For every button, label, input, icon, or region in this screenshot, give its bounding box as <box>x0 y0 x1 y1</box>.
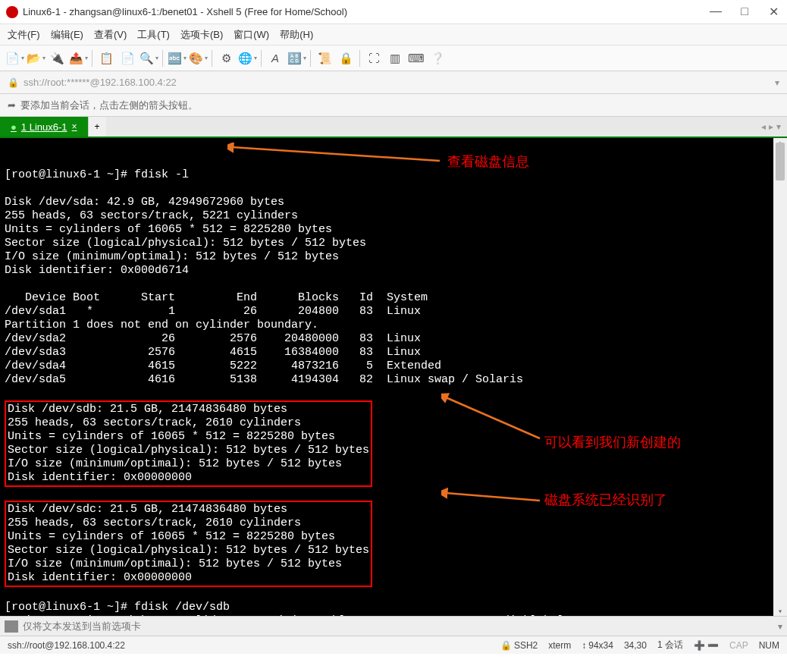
address-text[interactable]: ssh://root:******@192.168.100.4:22 <box>24 77 770 88</box>
terminal-block-sdb-box: Disk /dev/sdb: 21.5 GB, 21474836480 byte… <box>5 400 372 487</box>
globe-button[interactable]: 🌐 <box>237 49 257 68</box>
menu-window[interactable]: 窗口(W) <box>234 28 269 42</box>
open-button[interactable]: 📂 <box>26 49 45 68</box>
terminal-table-rows: /dev/sda1 * 1 26 204800 83 Linux Partiti… <box>5 305 523 386</box>
lock-icon: 🔒 <box>8 77 19 88</box>
menu-file[interactable]: 文件(F) <box>8 28 40 42</box>
help-button[interactable]: ❔ <box>428 49 447 68</box>
terminal-line-prompt1: [root@linux6-1 ~]# fdisk -l <box>5 168 189 181</box>
scroll-down-icon[interactable]: ▾ <box>775 605 785 616</box>
lock-icon: 🔒 <box>500 640 512 651</box>
status-sessions: 1 会话 <box>657 639 683 652</box>
terminal[interactable]: [root@linux6-1 ~]# fdisk -l Disk /dev/sd… <box>0 138 787 616</box>
lock-button[interactable]: 🔒 <box>336 49 356 68</box>
transfer-button[interactable]: 📤 <box>68 49 88 68</box>
status-size: 94x34 <box>588 640 613 651</box>
address-dropdown-icon[interactable]: ▾ <box>775 77 779 88</box>
window-title: Linux6-1 - zhangsan@linux6-1:/benet01 - … <box>23 6 708 17</box>
paste-button[interactable]: 📄 <box>118 49 137 68</box>
resize-icon: ↕ <box>582 640 586 651</box>
terminal-block-sdb: Disk /dev/sdb: 21.5 GB, 21474836480 byte… <box>8 403 369 484</box>
fullscreen-button[interactable]: ⛶ <box>364 49 384 68</box>
tab-prev-icon[interactable]: ◂ <box>761 121 766 132</box>
keyboard-button[interactable]: ⌨ <box>406 49 426 68</box>
info-bar: ➦ 要添加当前会话，点击左侧的箭头按钮。 <box>0 94 787 117</box>
scroll-thumb[interactable] <box>776 143 785 181</box>
script-button[interactable]: 📜 <box>315 49 334 68</box>
status-bar: ssh://root@192.168.100.4:22 🔒SSH2 xterm … <box>0 636 787 654</box>
tab-add-button[interactable]: + <box>88 117 106 137</box>
tab-label: 1 Linux6-1 <box>21 121 67 133</box>
window-titlebar: Linux6-1 - zhangsan@linux6-1:/benet01 - … <box>0 0 787 24</box>
tab-bullet-icon: ● <box>11 121 17 133</box>
link-icon: ➕ <box>694 640 705 651</box>
new-session-button[interactable]: 📄 <box>5 49 24 68</box>
annotation-1: 查看磁盘信息 <box>447 155 529 168</box>
add-session-icon[interactable]: ➦ <box>8 99 16 111</box>
status-cap: CAP <box>729 640 748 651</box>
status-ssh: SSH2 <box>514 640 538 651</box>
menu-view[interactable]: 查看(V) <box>94 28 127 42</box>
terminal-block-sda: Disk /dev/sda: 42.9 GB, 42949672960 byte… <box>5 196 366 277</box>
info-text: 要添加当前会话，点击左侧的箭头按钮。 <box>20 99 198 112</box>
copy-button[interactable]: 📋 <box>96 49 116 68</box>
annotation-2: 可以看到我们新创建的 <box>544 435 681 449</box>
panel-button[interactable]: ▥ <box>385 49 405 68</box>
annotation-3: 磁盘系统已经识别了 <box>544 493 667 507</box>
reconnect-button[interactable]: 🔌 <box>47 49 67 68</box>
toolbar: 📄 📂 🔌 📤 📋 📄 🔍 🔤 🎨 ⚙ 🌐 A 🔠 📜 🔒 ⛶ ▥ ⌨ ❔ <box>0 46 787 71</box>
minimize-button[interactable]: — <box>708 5 723 19</box>
send-icon[interactable] <box>5 620 18 633</box>
tab-list-icon[interactable]: ▾ <box>776 121 781 132</box>
properties-button[interactable]: ⚙ <box>216 49 236 68</box>
status-pos: 34,30 <box>624 640 647 651</box>
tab-bar: ● 1 Linux6-1 × + ◂ ▸ ▾ <box>0 117 787 138</box>
terminal-scrollbar[interactable]: ▴ ▾ <box>773 138 787 616</box>
maximize-button[interactable]: □ <box>737 5 752 19</box>
close-button[interactable]: ✕ <box>766 5 781 19</box>
terminal-block-sdc: Disk /dev/sdc: 21.5 GB, 21474836480 byte… <box>8 503 369 584</box>
menu-tabs[interactable]: 选项卡(B) <box>180 28 223 42</box>
app-icon <box>6 6 18 18</box>
address-bar: 🔒 ssh://root:******@192.168.100.4:22 ▾ <box>0 71 787 94</box>
terminal-line-last: Device contains neither a valid DOS part… <box>5 614 564 616</box>
tab-close-icon[interactable]: × <box>72 121 77 132</box>
tab-linux6-1[interactable]: ● 1 Linux6-1 × <box>0 117 88 137</box>
font-button[interactable]: 🔤 <box>167 49 187 68</box>
find-button[interactable]: 🔍 <box>139 49 158 68</box>
send-input[interactable] <box>23 620 773 632</box>
menu-help[interactable]: 帮助(H) <box>280 28 313 42</box>
status-address: ssh://root@192.168.100.4:22 <box>8 640 490 651</box>
terminal-block-sdc-box: Disk /dev/sdc: 21.5 GB, 21474836480 byte… <box>5 501 372 587</box>
terminal-line-prompt2: [root@linux6-1 ~]# fdisk /dev/sdb <box>5 601 230 614</box>
font-family-button[interactable]: 🔠 <box>287 49 306 68</box>
menubar: 文件(F) 编辑(E) 查看(V) 工具(T) 选项卡(B) 窗口(W) 帮助(… <box>0 24 787 46</box>
send-dropdown-icon[interactable]: ▾ <box>778 621 782 632</box>
font-style-button[interactable]: A <box>265 49 285 68</box>
status-term: xterm <box>548 640 571 651</box>
status-num: NUM <box>759 640 779 651</box>
minus-icon: ➖ <box>707 640 719 651</box>
menu-tools[interactable]: 工具(T) <box>137 28 170 42</box>
menu-edit[interactable]: 编辑(E) <box>51 28 83 42</box>
tab-next-icon[interactable]: ▸ <box>769 121 773 132</box>
send-bar: ▾ <box>0 616 787 636</box>
color-button[interactable]: 🎨 <box>188 49 208 68</box>
terminal-table-header: Device Boot Start End Blocks Id System <box>5 291 428 304</box>
